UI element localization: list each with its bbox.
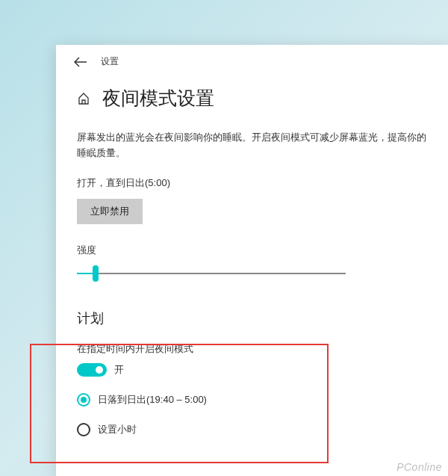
- intensity-slider[interactable]: [77, 265, 346, 282]
- radio-sunset-label: 日落到日出(19:40 – 5:00): [98, 393, 207, 407]
- disable-now-button[interactable]: 立即禁用: [77, 199, 143, 224]
- toggle-knob: [96, 366, 103, 374]
- back-arrow-icon: [74, 57, 87, 67]
- status-label: 打开，直到日出(5:00): [77, 176, 427, 190]
- radio-sunset[interactable]: 日落到日出(19:40 – 5:00): [77, 393, 427, 407]
- watermark: PConline: [396, 461, 442, 473]
- back-button[interactable]: [74, 57, 87, 67]
- schedule-toggle-row: 开: [77, 363, 427, 377]
- titlebar-label: 设置: [101, 55, 119, 68]
- page-title: 夜间模式设置: [102, 86, 214, 111]
- radio-custom-label: 设置小时: [98, 423, 137, 436]
- page-header: 夜间模式设置: [77, 86, 427, 111]
- settings-window: 设置 夜间模式设置 屏幕发出的蓝光会在夜间影响你的睡眠。开启夜间模式可减少屏幕蓝…: [56, 45, 448, 476]
- description-text: 屏幕发出的蓝光会在夜间影响你的睡眠。开启夜间模式可减少屏幕蓝光，提高你的睡眠质量…: [77, 130, 427, 161]
- slider-track: [77, 273, 346, 274]
- radio-icon-unselected: [77, 423, 90, 436]
- schedule-section-title: 计划: [77, 309, 427, 327]
- schedule-toggle[interactable]: [77, 363, 107, 377]
- radio-custom-hours[interactable]: 设置小时: [77, 423, 427, 436]
- radio-icon-selected: [77, 393, 90, 407]
- intensity-label: 强度: [77, 244, 427, 257]
- content-area: 夜间模式设置 屏幕发出的蓝光会在夜间影响你的睡眠。开启夜间模式可减少屏幕蓝光，提…: [56, 75, 448, 436]
- toggle-state-label: 开: [114, 363, 124, 377]
- titlebar: 设置: [56, 45, 448, 75]
- schedule-enable-label: 在指定时间内开启夜间模式: [77, 342, 427, 356]
- home-icon[interactable]: [77, 92, 90, 105]
- intensity-section: 强度: [77, 244, 427, 282]
- slider-thumb[interactable]: [93, 265, 99, 282]
